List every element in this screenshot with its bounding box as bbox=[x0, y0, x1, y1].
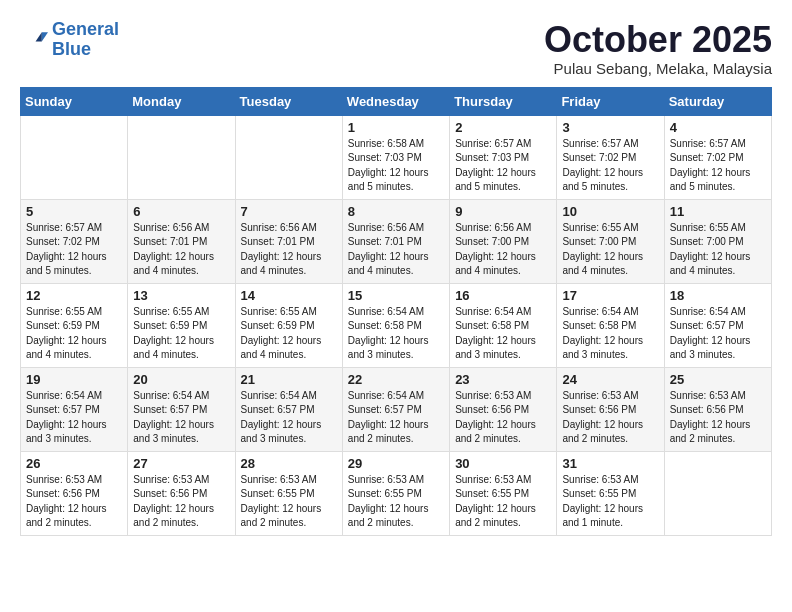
logo-line2: Blue bbox=[52, 39, 91, 59]
day-info: Sunrise: 6:53 AM Sunset: 6:56 PM Dayligh… bbox=[562, 389, 658, 447]
weekday-header-row: Sunday Monday Tuesday Wednesday Thursday… bbox=[21, 87, 772, 115]
day-number: 20 bbox=[133, 372, 229, 387]
logo-line1: General bbox=[52, 19, 119, 39]
day-number: 2 bbox=[455, 120, 551, 135]
day-number: 10 bbox=[562, 204, 658, 219]
title-section: October 2025 Pulau Sebang, Melaka, Malay… bbox=[544, 20, 772, 77]
day-info: Sunrise: 6:53 AM Sunset: 6:55 PM Dayligh… bbox=[455, 473, 551, 531]
calendar-cell: 3Sunrise: 6:57 AM Sunset: 7:02 PM Daylig… bbox=[557, 115, 664, 199]
day-info: Sunrise: 6:58 AM Sunset: 7:03 PM Dayligh… bbox=[348, 137, 444, 195]
day-info: Sunrise: 6:54 AM Sunset: 6:58 PM Dayligh… bbox=[455, 305, 551, 363]
day-number: 6 bbox=[133, 204, 229, 219]
day-info: Sunrise: 6:53 AM Sunset: 6:55 PM Dayligh… bbox=[562, 473, 658, 531]
header-saturday: Saturday bbox=[664, 87, 771, 115]
day-number: 7 bbox=[241, 204, 337, 219]
calendar-cell: 8Sunrise: 6:56 AM Sunset: 7:01 PM Daylig… bbox=[342, 199, 449, 283]
day-number: 9 bbox=[455, 204, 551, 219]
day-info: Sunrise: 6:55 AM Sunset: 7:00 PM Dayligh… bbox=[562, 221, 658, 279]
day-number: 13 bbox=[133, 288, 229, 303]
calendar-cell: 11Sunrise: 6:55 AM Sunset: 7:00 PM Dayli… bbox=[664, 199, 771, 283]
calendar-cell: 4Sunrise: 6:57 AM Sunset: 7:02 PM Daylig… bbox=[664, 115, 771, 199]
calendar-cell: 7Sunrise: 6:56 AM Sunset: 7:01 PM Daylig… bbox=[235, 199, 342, 283]
calendar-cell: 25Sunrise: 6:53 AM Sunset: 6:56 PM Dayli… bbox=[664, 367, 771, 451]
calendar-cell: 10Sunrise: 6:55 AM Sunset: 7:00 PM Dayli… bbox=[557, 199, 664, 283]
day-info: Sunrise: 6:55 AM Sunset: 6:59 PM Dayligh… bbox=[241, 305, 337, 363]
calendar-cell bbox=[128, 115, 235, 199]
day-info: Sunrise: 6:56 AM Sunset: 7:00 PM Dayligh… bbox=[455, 221, 551, 279]
calendar-cell: 31Sunrise: 6:53 AM Sunset: 6:55 PM Dayli… bbox=[557, 451, 664, 535]
calendar-cell: 15Sunrise: 6:54 AM Sunset: 6:58 PM Dayli… bbox=[342, 283, 449, 367]
calendar-cell: 22Sunrise: 6:54 AM Sunset: 6:57 PM Dayli… bbox=[342, 367, 449, 451]
day-info: Sunrise: 6:54 AM Sunset: 6:57 PM Dayligh… bbox=[241, 389, 337, 447]
day-number: 1 bbox=[348, 120, 444, 135]
day-info: Sunrise: 6:57 AM Sunset: 7:03 PM Dayligh… bbox=[455, 137, 551, 195]
header-friday: Friday bbox=[557, 87, 664, 115]
header-monday: Monday bbox=[128, 87, 235, 115]
calendar-cell bbox=[21, 115, 128, 199]
header-wednesday: Wednesday bbox=[342, 87, 449, 115]
calendar-cell: 27Sunrise: 6:53 AM Sunset: 6:56 PM Dayli… bbox=[128, 451, 235, 535]
week-row-3: 12Sunrise: 6:55 AM Sunset: 6:59 PM Dayli… bbox=[21, 283, 772, 367]
calendar-cell: 14Sunrise: 6:55 AM Sunset: 6:59 PM Dayli… bbox=[235, 283, 342, 367]
day-number: 23 bbox=[455, 372, 551, 387]
day-info: Sunrise: 6:57 AM Sunset: 7:02 PM Dayligh… bbox=[670, 137, 766, 195]
header-thursday: Thursday bbox=[450, 87, 557, 115]
day-info: Sunrise: 6:56 AM Sunset: 7:01 PM Dayligh… bbox=[133, 221, 229, 279]
day-number: 25 bbox=[670, 372, 766, 387]
day-info: Sunrise: 6:56 AM Sunset: 7:01 PM Dayligh… bbox=[241, 221, 337, 279]
day-info: Sunrise: 6:55 AM Sunset: 6:59 PM Dayligh… bbox=[26, 305, 122, 363]
day-number: 12 bbox=[26, 288, 122, 303]
day-info: Sunrise: 6:57 AM Sunset: 7:02 PM Dayligh… bbox=[26, 221, 122, 279]
calendar-cell: 12Sunrise: 6:55 AM Sunset: 6:59 PM Dayli… bbox=[21, 283, 128, 367]
day-number: 4 bbox=[670, 120, 766, 135]
calendar-cell: 5Sunrise: 6:57 AM Sunset: 7:02 PM Daylig… bbox=[21, 199, 128, 283]
day-info: Sunrise: 6:54 AM Sunset: 6:57 PM Dayligh… bbox=[670, 305, 766, 363]
week-row-4: 19Sunrise: 6:54 AM Sunset: 6:57 PM Dayli… bbox=[21, 367, 772, 451]
calendar-cell: 9Sunrise: 6:56 AM Sunset: 7:00 PM Daylig… bbox=[450, 199, 557, 283]
location-subtitle: Pulau Sebang, Melaka, Malaysia bbox=[544, 60, 772, 77]
day-number: 15 bbox=[348, 288, 444, 303]
calendar-cell: 2Sunrise: 6:57 AM Sunset: 7:03 PM Daylig… bbox=[450, 115, 557, 199]
calendar-cell: 26Sunrise: 6:53 AM Sunset: 6:56 PM Dayli… bbox=[21, 451, 128, 535]
day-info: Sunrise: 6:55 AM Sunset: 6:59 PM Dayligh… bbox=[133, 305, 229, 363]
day-number: 14 bbox=[241, 288, 337, 303]
calendar-cell: 16Sunrise: 6:54 AM Sunset: 6:58 PM Dayli… bbox=[450, 283, 557, 367]
calendar-cell: 30Sunrise: 6:53 AM Sunset: 6:55 PM Dayli… bbox=[450, 451, 557, 535]
day-number: 3 bbox=[562, 120, 658, 135]
calendar-cell: 1Sunrise: 6:58 AM Sunset: 7:03 PM Daylig… bbox=[342, 115, 449, 199]
day-info: Sunrise: 6:53 AM Sunset: 6:56 PM Dayligh… bbox=[455, 389, 551, 447]
month-title: October 2025 bbox=[544, 20, 772, 60]
day-number: 29 bbox=[348, 456, 444, 471]
day-info: Sunrise: 6:55 AM Sunset: 7:00 PM Dayligh… bbox=[670, 221, 766, 279]
calendar-cell: 20Sunrise: 6:54 AM Sunset: 6:57 PM Dayli… bbox=[128, 367, 235, 451]
day-info: Sunrise: 6:53 AM Sunset: 6:55 PM Dayligh… bbox=[348, 473, 444, 531]
day-number: 21 bbox=[241, 372, 337, 387]
week-row-2: 5Sunrise: 6:57 AM Sunset: 7:02 PM Daylig… bbox=[21, 199, 772, 283]
day-number: 11 bbox=[670, 204, 766, 219]
header-sunday: Sunday bbox=[21, 87, 128, 115]
week-row-5: 26Sunrise: 6:53 AM Sunset: 6:56 PM Dayli… bbox=[21, 451, 772, 535]
calendar-cell: 28Sunrise: 6:53 AM Sunset: 6:55 PM Dayli… bbox=[235, 451, 342, 535]
day-number: 22 bbox=[348, 372, 444, 387]
day-number: 16 bbox=[455, 288, 551, 303]
day-number: 30 bbox=[455, 456, 551, 471]
svg-marker-1 bbox=[36, 32, 42, 41]
logo: General Blue bbox=[20, 20, 119, 60]
day-info: Sunrise: 6:57 AM Sunset: 7:02 PM Dayligh… bbox=[562, 137, 658, 195]
day-number: 8 bbox=[348, 204, 444, 219]
day-info: Sunrise: 6:53 AM Sunset: 6:56 PM Dayligh… bbox=[26, 473, 122, 531]
day-info: Sunrise: 6:53 AM Sunset: 6:56 PM Dayligh… bbox=[670, 389, 766, 447]
logo-icon bbox=[20, 26, 48, 54]
calendar-cell: 13Sunrise: 6:55 AM Sunset: 6:59 PM Dayli… bbox=[128, 283, 235, 367]
page-header: General Blue October 2025 Pulau Sebang, … bbox=[20, 20, 772, 77]
calendar-cell: 24Sunrise: 6:53 AM Sunset: 6:56 PM Dayli… bbox=[557, 367, 664, 451]
day-info: Sunrise: 6:54 AM Sunset: 6:58 PM Dayligh… bbox=[562, 305, 658, 363]
day-number: 5 bbox=[26, 204, 122, 219]
day-info: Sunrise: 6:56 AM Sunset: 7:01 PM Dayligh… bbox=[348, 221, 444, 279]
day-number: 17 bbox=[562, 288, 658, 303]
calendar-cell: 19Sunrise: 6:54 AM Sunset: 6:57 PM Dayli… bbox=[21, 367, 128, 451]
day-info: Sunrise: 6:54 AM Sunset: 6:57 PM Dayligh… bbox=[348, 389, 444, 447]
day-info: Sunrise: 6:54 AM Sunset: 6:57 PM Dayligh… bbox=[26, 389, 122, 447]
calendar-cell: 21Sunrise: 6:54 AM Sunset: 6:57 PM Dayli… bbox=[235, 367, 342, 451]
day-info: Sunrise: 6:54 AM Sunset: 6:58 PM Dayligh… bbox=[348, 305, 444, 363]
